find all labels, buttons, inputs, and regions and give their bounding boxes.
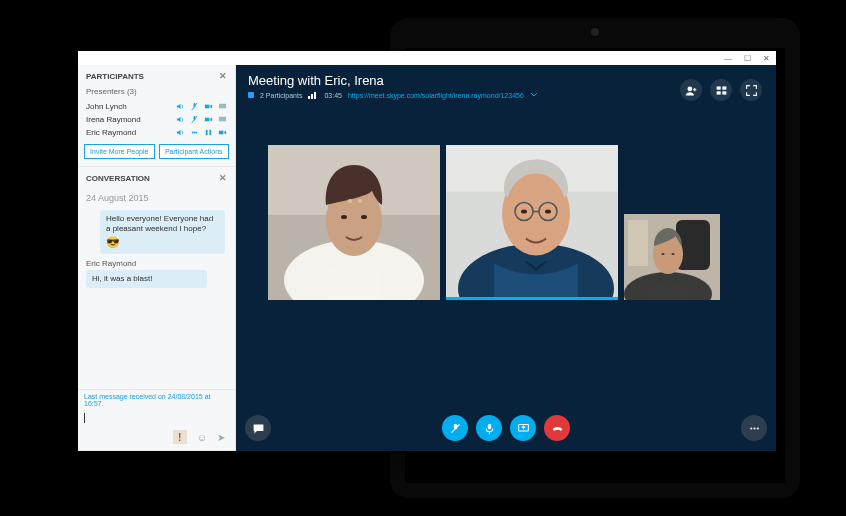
svg-point-24: [341, 215, 347, 219]
svg-point-35: [521, 210, 527, 214]
video-tile-self[interactable]: [624, 214, 720, 300]
call-duration: 03:45: [324, 92, 342, 99]
svg-point-49: [756, 427, 758, 429]
svg-rect-39: [628, 220, 648, 266]
svg-rect-17: [722, 86, 726, 89]
participants-close-icon[interactable]: ✕: [219, 71, 227, 81]
participants-count: 2 Participants: [260, 92, 302, 99]
emoji-sunglasses-icon: 😎: [106, 236, 219, 250]
video-tile-participant-1[interactable]: [268, 145, 440, 300]
pause-icon[interactable]: [204, 128, 213, 137]
chat-toggle-button[interactable]: [245, 415, 271, 441]
svg-point-48: [753, 427, 755, 429]
send-icon[interactable]: ➤: [217, 432, 225, 443]
svg-rect-18: [716, 91, 720, 94]
speaker-icon[interactable]: [176, 128, 185, 137]
mic-button[interactable]: [476, 415, 502, 441]
participants-panel: PARTICIPANTS ✕ Presenters (3) John Lynch…: [78, 65, 235, 167]
presenter-row: Irena Raymond: [78, 113, 235, 126]
video-icon[interactable]: [204, 102, 213, 111]
conversation-title: CONVERSATION: [86, 174, 150, 183]
presenters-label: Presenters (3): [78, 87, 235, 100]
mic-muted-icon[interactable]: [190, 102, 199, 111]
invite-more-people-button[interactable]: Invite More People: [84, 144, 155, 159]
more-options-button[interactable]: [741, 415, 767, 441]
chat-message-text: Hello everyone! Everyone had a pleasant …: [106, 214, 213, 233]
presenter-row: Eric Raymond: [78, 126, 235, 139]
participants-title: PARTICIPANTS: [86, 72, 144, 81]
svg-point-27: [358, 199, 362, 203]
speaker-icon[interactable]: [176, 115, 185, 124]
mic-muted-icon[interactable]: [190, 115, 199, 124]
presence-indicator-icon: [248, 92, 254, 98]
screen-icon[interactable]: [218, 115, 227, 124]
svg-point-6: [192, 132, 194, 134]
last-message-timestamp: Last message received on 24/08/2015 at 1…: [78, 389, 235, 410]
maximize-button[interactable]: ☐: [744, 54, 751, 63]
svg-rect-4: [205, 118, 210, 122]
window-titlebar: — ☐ ✕: [78, 51, 776, 65]
mute-mic-button[interactable]: [442, 415, 468, 441]
sidebar: PARTICIPANTS ✕ Presenters (3) John Lynch…: [78, 65, 236, 451]
svg-rect-16: [716, 86, 720, 89]
video-stage: Meeting with Eric, Irena 2 Participants …: [236, 65, 776, 451]
layout-button[interactable]: [710, 79, 732, 101]
device-camera-dot: [591, 28, 599, 36]
participant-actions-button[interactable]: Participant Actions: [159, 144, 230, 159]
svg-rect-9: [206, 130, 208, 135]
present-button[interactable]: [510, 415, 536, 441]
svg-point-8: [195, 132, 197, 134]
high-importance-icon[interactable]: !: [173, 430, 187, 444]
conversation-panel: CONVERSATION ✕ 24 August 2015 Hello ever…: [78, 167, 235, 451]
close-button[interactable]: ✕: [763, 54, 770, 63]
video-icon[interactable]: [204, 115, 213, 124]
presenter-name: Eric Raymond: [86, 128, 136, 137]
svg-rect-5: [219, 117, 226, 122]
svg-point-7: [194, 132, 196, 134]
chat-input[interactable]: [78, 410, 235, 426]
chat-message-outgoing: Hello everyone! Everyone had a pleasant …: [100, 210, 225, 254]
chat-message-incoming: Hi, it was a blast!: [86, 270, 207, 288]
meeting-link[interactable]: https://meet.skype.com/solarflight/irena…: [348, 92, 524, 99]
emoji-picker-icon[interactable]: ☺: [197, 432, 207, 443]
svg-point-25: [361, 215, 367, 219]
svg-rect-14: [314, 92, 316, 99]
presenter-row: John Lynch: [78, 100, 235, 113]
fullscreen-button[interactable]: [740, 79, 762, 101]
chat-message-sender: Eric Raymond: [78, 257, 235, 269]
minimize-button[interactable]: —: [724, 54, 732, 63]
svg-rect-45: [487, 423, 490, 429]
app-window: — ☐ ✕ PARTICIPANTS ✕ Presenters (3) John…: [78, 51, 776, 451]
video-tile-participant-2[interactable]: [446, 145, 618, 300]
svg-rect-10: [209, 130, 211, 135]
chat-indicator-icon[interactable]: [190, 128, 199, 137]
hangup-button[interactable]: [544, 415, 570, 441]
svg-point-47: [750, 427, 752, 429]
svg-point-42: [662, 253, 665, 255]
presenter-name: John Lynch: [86, 102, 127, 111]
presenter-name: Irena Raymond: [86, 115, 141, 124]
screen-icon[interactable]: [218, 102, 227, 111]
svg-rect-12: [308, 96, 310, 99]
chat-message-text: Hi, it was a blast!: [92, 274, 152, 283]
svg-point-15: [687, 86, 692, 91]
svg-point-36: [545, 210, 551, 214]
speaker-icon[interactable]: [176, 102, 185, 111]
svg-rect-19: [722, 91, 726, 94]
video-icon[interactable]: [218, 128, 227, 137]
svg-point-26: [348, 199, 352, 203]
add-participant-button[interactable]: [680, 79, 702, 101]
svg-rect-2: [219, 104, 226, 109]
dropdown-chevron-icon[interactable]: [530, 91, 538, 99]
signal-icon: [308, 91, 318, 99]
conversation-close-icon[interactable]: ✕: [219, 173, 227, 183]
conversation-date: 24 August 2015: [78, 189, 235, 207]
svg-rect-11: [219, 131, 224, 135]
svg-point-43: [672, 253, 675, 255]
svg-rect-1: [205, 105, 210, 109]
svg-rect-13: [311, 94, 313, 99]
